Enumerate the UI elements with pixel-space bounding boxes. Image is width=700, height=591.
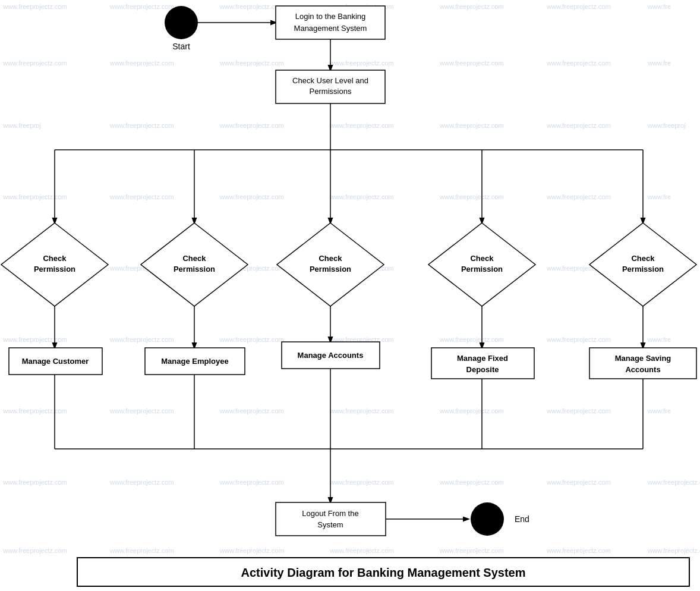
manage-customer-label: Manage Customer <box>22 357 89 366</box>
svg-text:www.freeprojectz.com: www.freeprojectz.com <box>109 336 174 343</box>
svg-text:www.freeprojectz.com: www.freeprojectz.com <box>329 122 394 129</box>
svg-text:www.freeprojectz.com: www.freeprojectz.com <box>219 122 284 129</box>
svg-text:www.freeprojectz.com: www.freeprojectz.com <box>2 547 67 554</box>
manage-employee-label: Manage Employee <box>161 357 228 366</box>
svg-text:www.freeprojectz.com: www.freeprojectz.com <box>2 193 67 200</box>
svg-text:www.fre: www.fre <box>647 3 671 10</box>
svg-text:www.freeprojectz.com: www.freeprojectz.com <box>109 59 174 67</box>
logout-box <box>276 502 386 536</box>
svg-text:www.freeproj: www.freeproj <box>647 122 686 129</box>
svg-text:www.freeprojectz.com: www.freeprojectz.com <box>219 479 284 486</box>
svg-text:www.freeprojectz.com: www.freeprojectz.com <box>109 3 174 10</box>
end-node <box>471 502 504 536</box>
cp5-label1: Check <box>631 254 655 263</box>
manage-fixed-label1: Manage Fixed <box>457 354 508 363</box>
manage-saving-label2: Accounts <box>625 365 660 374</box>
svg-text:www.freeprojectz.com: www.freeprojectz.com <box>219 59 284 67</box>
svg-text:www.freeprojectz.com: www.freeprojectz.com <box>439 479 504 486</box>
cp4-label2: Permission <box>461 265 503 274</box>
start-label: Start <box>172 42 190 51</box>
diagram-title: Activity Diagram for Banking Management … <box>241 566 525 579</box>
svg-text:www.freeprojectz.com: www.freeprojectz.com <box>439 3 504 10</box>
cp2-label1: Check <box>182 254 206 263</box>
svg-text:www.freeprojectz.com: www.freeprojectz.com <box>647 547 700 554</box>
start-node <box>165 6 198 39</box>
manage-fixed-label2: Deposite <box>466 365 499 374</box>
svg-text:www.freeprojectz.com: www.freeprojectz.com <box>546 336 611 343</box>
svg-text:www.freeprojectz.com: www.freeprojectz.com <box>109 547 174 554</box>
svg-text:www.freeprojectz.com: www.freeprojectz.com <box>2 479 67 486</box>
svg-text:www.freeprojectz.com: www.freeprojectz.com <box>329 193 394 200</box>
svg-text:www.freeprojectz.com: www.freeprojectz.com <box>219 193 284 200</box>
svg-text:www.freeprojectz.com: www.freeprojectz.com <box>109 479 174 486</box>
svg-text:www.freeprojectz.com: www.freeprojectz.com <box>2 336 67 343</box>
svg-text:www.freeprojectz.com: www.freeprojectz.com <box>329 547 394 554</box>
manage-fixed-box <box>431 348 534 379</box>
svg-text:www.freeprojectz.com: www.freeprojectz.com <box>329 407 394 414</box>
svg-text:www.freeprojectz.com: www.freeprojectz.com <box>329 479 394 486</box>
login-label: Login to the Banking <box>295 12 366 21</box>
svg-text:www.freeprojectz.com: www.freeprojectz.com <box>219 547 284 554</box>
diagram-container: www.freeprojectz.com www.freeprojectz.co… <box>0 0 700 591</box>
logout-label2: System <box>317 520 343 529</box>
svg-text:www.freeprojectz.com: www.freeprojectz.com <box>109 407 174 414</box>
logout-label1: Logout From the <box>302 509 358 518</box>
end-label: End <box>515 514 529 524</box>
svg-text:www.fre: www.fre <box>647 336 671 343</box>
svg-text:www.freeprojectz.com: www.freeprojectz.com <box>647 479 700 486</box>
svg-text:www.freeprojectz.com: www.freeprojectz.com <box>439 547 504 554</box>
manage-saving-label1: Manage Saving <box>615 354 671 363</box>
svg-text:www.fre: www.fre <box>647 193 671 200</box>
cp3-label1: Check <box>319 254 342 263</box>
svg-text:www.fre: www.fre <box>647 407 671 414</box>
cp4-label1: Check <box>470 254 494 263</box>
svg-text:www.freeprojectz.com: www.freeprojectz.com <box>439 193 504 200</box>
svg-text:www.freeprojectz.com: www.freeprojectz.com <box>439 407 504 414</box>
cp1-label2: Permission <box>34 265 75 274</box>
login-box <box>276 6 385 39</box>
cp3-label2: Permission <box>310 265 351 274</box>
svg-text:www.freeprojectz.com: www.freeprojectz.com <box>439 336 504 343</box>
svg-text:www.freeprojectz.com: www.freeprojectz.com <box>546 122 611 129</box>
svg-text:www.freeprojectz.com: www.freeprojectz.com <box>219 3 284 10</box>
svg-text:www.freeprojectz.com: www.freeprojectz.com <box>546 407 611 414</box>
svg-text:www.freeprojectz.com: www.freeprojectz.com <box>109 193 174 200</box>
check-perm-label2: Permissions <box>310 87 352 96</box>
svg-text:www.freeprojectz.com: www.freeprojectz.com <box>219 407 284 414</box>
svg-text:www.freeprojectz.com: www.freeprojectz.com <box>2 407 67 414</box>
svg-text:www.freeprojectz.com: www.freeprojectz.com <box>2 3 67 10</box>
manage-accounts-label: Manage Accounts <box>298 351 364 360</box>
cp2-label2: Permission <box>174 265 215 274</box>
svg-text:www.freeprojectz.com: www.freeprojectz.com <box>219 336 284 343</box>
svg-text:www.freeproj: www.freeproj <box>2 122 41 129</box>
svg-text:www.freeprojectz.com: www.freeprojectz.com <box>329 59 394 67</box>
svg-text:www.freeprojectz.com: www.freeprojectz.com <box>109 122 174 129</box>
svg-text:www.freeprojectz.com: www.freeprojectz.com <box>546 3 611 10</box>
cp5-label2: Permission <box>622 265 664 274</box>
svg-text:www.freeprojectz.com: www.freeprojectz.com <box>546 547 611 554</box>
svg-text:www.freeprojectz.com: www.freeprojectz.com <box>439 59 504 67</box>
login-label2: Management System <box>294 24 367 33</box>
check-perm-label1: Check User Level and <box>292 76 368 85</box>
svg-text:www.freeprojectz.com: www.freeprojectz.com <box>546 59 611 67</box>
svg-text:www.freeprojectz.com: www.freeprojectz.com <box>2 59 67 67</box>
svg-text:www.freeprojectz.com: www.freeprojectz.com <box>546 193 611 200</box>
cp1-label1: Check <box>43 254 67 263</box>
manage-saving-box <box>589 348 696 379</box>
svg-text:www.freeprojectz.com: www.freeprojectz.com <box>546 479 611 486</box>
svg-text:www.fre: www.fre <box>647 59 671 67</box>
svg-text:www.freeprojectz.com: www.freeprojectz.com <box>439 122 504 129</box>
